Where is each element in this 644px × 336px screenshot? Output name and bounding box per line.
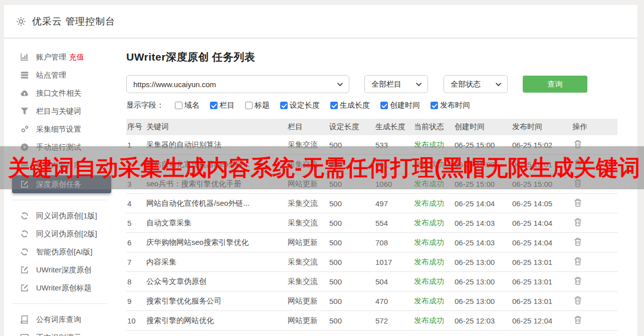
sidebar-item-label: 正文识别演示 [36, 333, 81, 336]
cell-status: 发布成功 [413, 199, 454, 208]
cell-status: 发布成功 [413, 296, 454, 306]
cell-ptime: 06-25 12:04 [511, 316, 571, 325]
chevron-down-icon [337, 81, 343, 86]
column-header: 栏目 [287, 122, 328, 132]
status-select[interactable]: 全部状态 [444, 75, 508, 93]
cell-genlen: 1017 [374, 258, 413, 266]
sidebar-item[interactable]: 站点管理 [4, 66, 116, 84]
refresh-icon [20, 229, 29, 238]
sidebar-item-label: UWriter深度原创 [36, 265, 92, 275]
cell-kw: 公众号文章伪原创 [145, 277, 287, 286]
sidebar-item[interactable]: 接口文件相关 [4, 84, 116, 102]
delete-button[interactable] [572, 295, 583, 307]
table-header-row: 序号关键词栏目设定长度生成长度当前状态创建时间发布时间操作 [126, 119, 617, 135]
cell-genlen: 504 [374, 277, 413, 286]
refresh-icon [20, 247, 29, 256]
page-title: UWriter深度原创 任务列表 [126, 50, 637, 64]
filter-icon [20, 107, 29, 116]
sidebar-item[interactable]: 同义词伪原创[1版] [4, 207, 116, 225]
cell-seq: 6 [126, 238, 145, 247]
sidebar-item[interactable]: 智能伪原创[AI版] [4, 243, 116, 261]
delete-button[interactable] [572, 236, 583, 249]
filter-row: https://www.ucaiyun.com 全部栏目 全部状态 查询 [126, 75, 637, 93]
cell-status: 发布成功 [413, 218, 454, 228]
sidebar-item[interactable]: 公有词库查询 [4, 310, 116, 328]
search-button[interactable]: 查询 [523, 76, 587, 93]
sidebar-item[interactable]: 栏目与关键词 [4, 102, 116, 120]
cell-cat: 网站更新 [287, 316, 328, 325]
category-select[interactable]: 全部栏目 [364, 75, 428, 93]
chevron-down-icon [416, 81, 421, 86]
chevron-down-icon [496, 81, 501, 86]
sidebar-item[interactable]: 账户管理充值 [4, 48, 116, 66]
column-header: 关键词 [145, 122, 287, 132]
cell-actions [571, 256, 617, 268]
cell-ctime: 06-25 13:00 [454, 277, 511, 286]
field-checkbox-label: 域名 [184, 101, 199, 110]
sidebar-item[interactable]: 采集细节设置 [4, 120, 116, 138]
sidebar-item-label: UWriter原创标题 [36, 283, 92, 293]
field-checkbox[interactable]: 标题 [245, 101, 270, 110]
field-checkbox-label: 标题 [255, 101, 270, 110]
sidebar-item-label: 采集细节设置 [36, 125, 81, 134]
cell-cat: 采集交流 [287, 257, 328, 267]
column-header: 序号 [126, 122, 145, 132]
recharge-badge[interactable]: 充值 [69, 53, 84, 62]
delete-button[interactable] [572, 197, 583, 210]
cell-ptime: 06-25 13:01 [511, 258, 571, 266]
field-checkbox-label: 发布时间 [440, 101, 470, 110]
cell-kw: 自动文章采集 [145, 218, 287, 228]
field-checkbox-label: 创建时间 [390, 101, 420, 110]
cell-status: 发布成功 [413, 277, 454, 286]
sidebar-item[interactable]: UWriter原创标题 [4, 279, 116, 297]
field-checkbox[interactable]: 创建时间 [380, 101, 420, 110]
cell-status: 发布成功 [413, 238, 454, 247]
cell-genlen: 497 [374, 199, 413, 208]
cell-cat: 网站更新 [287, 296, 328, 306]
cell-setlen: 500 [328, 219, 374, 227]
column-header: 设定长度 [328, 122, 374, 132]
table-row: 6庆华购物网站seo搜索引擎优化网站更新500708发布成功06-25 14:0… [126, 233, 617, 252]
trash-icon [573, 257, 582, 267]
server-icon [20, 71, 29, 80]
delete-button[interactable] [572, 314, 583, 327]
sidebar-item[interactable]: 同义词伪原创[2版] [4, 225, 116, 243]
delete-button[interactable] [572, 275, 583, 288]
column-header: 操作 [571, 122, 617, 132]
trash-icon [573, 237, 582, 248]
trash-icon [573, 296, 582, 306]
cell-setlen: 500 [328, 238, 374, 247]
cell-actions [571, 197, 617, 210]
field-checkbox[interactable]: 栏目 [210, 101, 235, 110]
field-checkbox[interactable]: 生成长度 [330, 101, 370, 110]
cell-kw: 搜索引擎的网站优化 [145, 316, 287, 325]
field-checkbox[interactable]: 域名 [175, 101, 199, 110]
field-checkbox-label: 生成长度 [340, 101, 370, 110]
sidebar-item[interactable]: 正文识别演示 [4, 328, 116, 336]
cell-seq: 9 [126, 297, 145, 305]
field-checkbox[interactable]: 发布时间 [431, 101, 470, 110]
cell-seq: 7 [126, 258, 145, 266]
cell-seq: 10 [126, 316, 145, 325]
cell-genlen: 708 [374, 238, 413, 247]
table-row: 7内容采集采集交流5001017发布成功06-25 13:0006-25 13:… [126, 252, 617, 272]
delete-button[interactable] [572, 256, 583, 268]
site-select[interactable]: https://www.ucaiyun.com [126, 75, 349, 93]
pencil-icon [20, 265, 29, 274]
cell-genlen: 470 [374, 297, 413, 305]
checkbox-checked-icon [210, 102, 218, 109]
sidebar-item-label: 公有词库查询 [36, 315, 81, 324]
table-row: 10搜索引擎的网站优化网站更新500572发布成功06-25 12:0306-2… [126, 311, 617, 330]
cell-setlen: 500 [328, 297, 374, 305]
book-icon [20, 315, 29, 324]
app-title: 优采云 管理控制台 [32, 15, 115, 28]
pencil-icon [20, 283, 29, 292]
field-checkbox-label: 栏目 [220, 101, 235, 110]
sidebar-item[interactable]: UWriter深度原创 [4, 261, 116, 279]
column-header: 创建时间 [454, 122, 511, 132]
gear-icon [16, 17, 26, 27]
overlay-banner-text: 关键词自动采集生成内容系统-无需任何打理(黑帽无限生成关键词 [8, 157, 640, 179]
field-checkbox[interactable]: 设定长度 [280, 101, 320, 110]
top-header: 优采云 管理控制台 [4, 5, 637, 38]
delete-button[interactable] [572, 217, 583, 229]
